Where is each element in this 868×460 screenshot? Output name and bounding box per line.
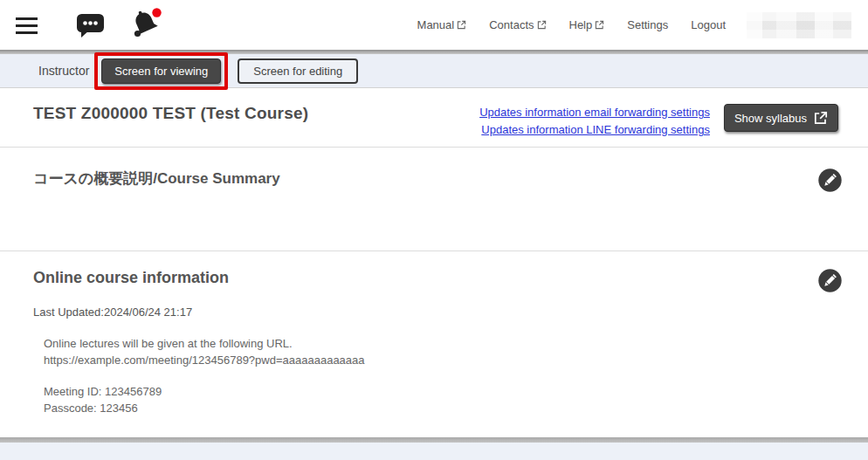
- online-course-info-section: Online course information Last Updated:2…: [0, 251, 868, 437]
- edit-online-course-info-button[interactable]: [818, 269, 842, 292]
- lecture-url-intro: Online lectures will be given at the fol…: [44, 336, 842, 353]
- lecture-url: https://example.com/meeting/123456789?pw…: [44, 353, 842, 369]
- chat-messages-button[interactable]: [76, 12, 106, 38]
- external-link-icon: [537, 20, 547, 30]
- page-footer: [0, 443, 868, 460]
- nav-contacts-link[interactable]: Contacts: [489, 18, 546, 31]
- hamburger-menu-icon[interactable]: [16, 17, 38, 34]
- passcode: Passcode: 123456: [44, 401, 842, 417]
- top-nav: Manual Contacts Help Settings Logout: [417, 18, 726, 31]
- screen-for-viewing-tab[interactable]: Screen for viewing: [101, 58, 221, 84]
- pencil-edit-icon: [818, 168, 842, 192]
- email-forwarding-settings-link[interactable]: Updates information email forwarding set…: [479, 106, 710, 119]
- online-course-body: Online lectures will be given at the fol…: [44, 336, 842, 416]
- course-title: TEST Z000000 TEST (Test Course): [33, 104, 308, 123]
- role-label: Instructor: [38, 64, 89, 78]
- notification-dot: [152, 8, 161, 17]
- chat-bubble-icon: [76, 12, 106, 38]
- line-forwarding-settings-link[interactable]: Updates information LINE forwarding sett…: [481, 123, 710, 136]
- role-tabbar: Instructor Screen for viewing Screen for…: [0, 54, 868, 88]
- bell-notification-icon: [128, 6, 165, 41]
- meeting-id: Meeting ID: 123456789: [44, 384, 842, 401]
- show-syllabus-button[interactable]: Show syllabus: [724, 104, 838, 132]
- bell-clapper: [134, 30, 141, 36]
- nav-manual-link[interactable]: Manual: [417, 18, 467, 31]
- course-header: TEST Z000000 TEST (Test Course) Updates …: [0, 88, 868, 148]
- annotation-highlight-box: Screen for viewing: [94, 52, 228, 90]
- app-header: Manual Contacts Help Settings Logout: [0, 0, 868, 50]
- nav-help-link[interactable]: Help: [569, 18, 605, 31]
- notifications-button[interactable]: [128, 6, 165, 41]
- redacted-username: [747, 12, 851, 38]
- external-link-icon: [457, 20, 466, 30]
- forwarding-links: Updates information email forwarding set…: [479, 104, 710, 136]
- online-course-info-title: Online course information: [33, 269, 229, 287]
- course-summary-section: コースの概要説明/Course Summary: [0, 148, 868, 251]
- external-link-icon: [814, 111, 828, 125]
- pencil-edit-icon: [818, 269, 842, 292]
- nav-settings-link[interactable]: Settings: [627, 18, 668, 31]
- course-summary-title: コースの概要説明/Course Summary: [33, 168, 280, 189]
- last-updated-timestamp: Last Updated:2024/06/24 21:17: [33, 306, 842, 319]
- nav-logout-link[interactable]: Logout: [691, 18, 726, 31]
- external-link-icon: [595, 20, 604, 30]
- screen-for-editing-tab[interactable]: Screen for editing: [238, 58, 358, 84]
- edit-course-summary-button[interactable]: [818, 168, 842, 192]
